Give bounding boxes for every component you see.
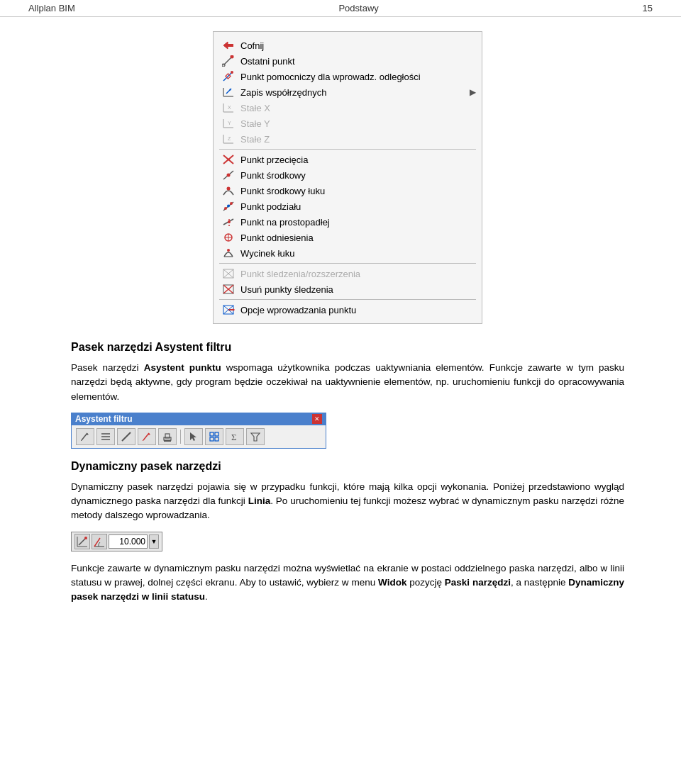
- filter-toolbar-header: Asystent filtru ✕: [71, 413, 326, 425]
- menu-label-usun-punkty-sledzenia: Usuń punkty śledzenia: [240, 284, 333, 295]
- ft-separator-1: [180, 430, 181, 444]
- svg-text:X: X: [228, 105, 231, 110]
- menu-item-punkt-srodkowy[interactable]: Punkt środkowy: [214, 167, 482, 183]
- menu-item-stale-z[interactable]: Z Stałe Z: [214, 131, 482, 147]
- menu-item-punkt-sledzenia[interactable]: Punkt śledzenia/rozszerzenia: [214, 266, 482, 281]
- menu-separator-3: [219, 299, 476, 300]
- section2-paragraph2: Funkcje zawarte w dynamicznym pasku narz…: [71, 561, 624, 605]
- svg-marker-62: [190, 432, 196, 441]
- svg-marker-48: [233, 308, 235, 311]
- submenu-arrow-icon: ▶: [470, 87, 476, 97]
- filter-toolbar-close-icon: ✕: [312, 414, 322, 424]
- ft-btn-grid[interactable]: [205, 428, 223, 445]
- menu-separator-1: [219, 149, 476, 150]
- svg-point-72: [84, 537, 87, 539]
- stale-y-icon: Y: [221, 117, 236, 130]
- menu-label-punkt-srodkowy-luku: Punkt środkowy łuku: [240, 186, 325, 196]
- svg-rect-65: [210, 437, 214, 441]
- coords-icon: [221, 86, 236, 99]
- ft-btn-lines[interactable]: [96, 428, 115, 445]
- app-title: Allplan BIM: [28, 3, 75, 13]
- ft-btn-funnel[interactable]: [246, 428, 265, 445]
- menu-label-cofnij: Cofnij: [240, 40, 264, 51]
- menu-label-punkt-przeciecia: Punkt przecięcia: [240, 155, 308, 165]
- svg-point-32: [228, 220, 231, 223]
- main-content: Cofnij Ostatni punkt Punkt: [0, 17, 681, 627]
- dynamic-toolbar-image: ▼: [71, 532, 162, 551]
- ft-btn-sigma[interactable]: Σ: [226, 428, 244, 445]
- remove-tracking-icon: [221, 283, 236, 296]
- svg-text:Y: Y: [228, 121, 231, 125]
- ft-btn-cursor[interactable]: [184, 428, 203, 445]
- menu-item-wycinek-luku[interactable]: Wycinek łuku: [214, 245, 482, 261]
- options-icon: [221, 303, 236, 316]
- dyn-btn-point[interactable]: [74, 534, 90, 549]
- svg-point-7: [231, 71, 233, 74]
- menu-item-punkt-pomocniczy[interactable]: Punkt pomocniczy dla wprowadz. odległośc…: [214, 69, 482, 84]
- svg-line-49: [82, 433, 87, 440]
- svg-rect-66: [215, 437, 218, 441]
- menu-label-punkt-srodkowy: Punkt środkowy: [240, 170, 306, 181]
- section2-heading: Dynamiczny pasek narzędzi: [71, 460, 624, 473]
- section2-text-p1a: Dynamiczny pasek narzędzi pojawia się w …: [71, 481, 624, 521]
- section1-heading: Pasek narzędzi Asystent filtru: [71, 341, 624, 354]
- last-point-icon: [221, 55, 236, 67]
- svg-point-25: [227, 187, 231, 191]
- perpendicular-icon: [221, 215, 236, 228]
- menu-item-punkt-podziau[interactable]: Punkt podziału: [214, 198, 482, 214]
- filter-toolbar-image: Asystent filtru ✕: [71, 413, 624, 449]
- menu-item-stale-x[interactable]: X Stałe X: [214, 100, 482, 116]
- svg-rect-63: [210, 432, 214, 436]
- menu-label-punkt-pomocniczy: Punkt pomocniczy dla wprowadz. odległośc…: [240, 72, 421, 82]
- section2-paragraph1: Dynamiczny pasek narzędzi pojawia się w …: [71, 480, 624, 523]
- section1-text-part1: Pasek narzędzi Asystent punktu wspomaga …: [71, 362, 624, 402]
- svg-line-51: [81, 439, 82, 441]
- dyn-btn-angle[interactable]: [92, 534, 107, 549]
- bold-widok: Widok: [378, 577, 406, 588]
- reference-icon: [221, 231, 236, 244]
- menu-label-zapis-wspolrzednych: Zapis współrzędnych: [240, 87, 326, 98]
- menu-item-zapis-wspolrzednych[interactable]: Zapis współrzędnych ▶: [214, 84, 482, 100]
- svg-point-37: [227, 249, 230, 252]
- dyn-arrow-btn[interactable]: ▼: [149, 534, 159, 549]
- menu-item-punkt-srodkowy-luku[interactable]: Punkt środkowy łuku: [214, 183, 482, 198]
- stale-z-icon: Z: [221, 133, 236, 145]
- svg-line-74: [94, 538, 100, 547]
- menu-item-cofnij[interactable]: Cofnij: [214, 38, 482, 53]
- ft-btn-slash[interactable]: [117, 428, 135, 445]
- stale-x-icon: X: [221, 101, 236, 114]
- svg-point-24: [227, 174, 231, 177]
- dynamic-toolbar-value-input[interactable]: [109, 534, 148, 549]
- ft-btn-pencil[interactable]: [76, 428, 94, 445]
- menu-label-punkt-podziau: Punkt podziału: [240, 201, 301, 212]
- menu-label-ostatni-punkt: Ostatni punkt: [240, 56, 295, 67]
- ft-btn-red-pencil[interactable]: [138, 428, 156, 445]
- svg-line-58: [143, 439, 144, 441]
- menu-item-punkt-odniesienia[interactable]: Punkt odniesienia: [214, 230, 482, 245]
- svg-marker-68: [251, 433, 260, 441]
- svg-point-27: [224, 207, 227, 210]
- tracking-icon: [221, 267, 236, 280]
- bold-paski-narzedzi: Paski narzędzi: [445, 577, 511, 588]
- menu-item-opcje-wprowadzania[interactable]: Opcje wprowadzania punktu: [214, 302, 482, 318]
- menu-label-stale-x: Stałe X: [240, 103, 270, 113]
- menu-label-wycinek-luku: Wycinek łuku: [240, 248, 294, 259]
- svg-line-71: [79, 538, 86, 545]
- menu-label-opcje-wprowadzania: Opcje wprowadzania punktu: [240, 305, 356, 315]
- menu-item-punkt-na-prostopadlej[interactable]: Punkt na prostopadłej: [214, 214, 482, 230]
- menu-label-punkt-sledzenia: Punkt śledzenia/rozszerzenia: [240, 269, 360, 279]
- svg-rect-1: [227, 44, 233, 47]
- menu-item-usun-punkty-sledzenia[interactable]: Usuń punkty śledzenia: [214, 281, 482, 297]
- ft-btn-stamp[interactable]: [158, 428, 177, 445]
- section1-paragraph: Pasek narzędzi Asystent punktu wspomaga …: [71, 361, 624, 404]
- arrow-left-icon: [221, 39, 236, 52]
- menu-item-punkt-przeciecia[interactable]: Punkt przecięcia: [214, 152, 482, 167]
- arc-segment-icon: [221, 247, 236, 259]
- bold-asystent-punktu: Asystent punktu: [144, 362, 221, 373]
- menu-label-stale-z: Stałe Z: [240, 134, 270, 145]
- point-distance-icon: [221, 70, 236, 83]
- cross-icon: [221, 153, 236, 166]
- menu-label-stale-y: Stałe Y: [240, 118, 270, 129]
- menu-item-ostatni-punkt[interactable]: Ostatni punkt: [214, 53, 482, 69]
- menu-item-stale-y[interactable]: Y Stałe Y: [214, 116, 482, 131]
